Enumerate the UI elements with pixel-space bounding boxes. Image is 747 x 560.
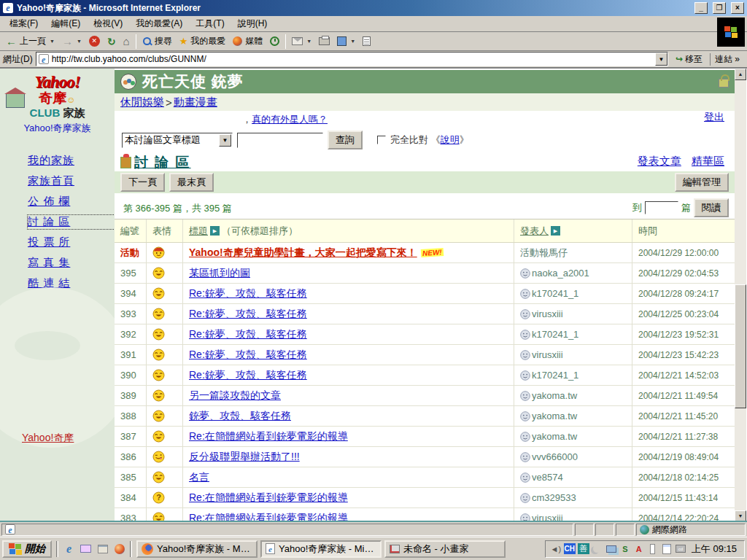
restore-button[interactable]: ❐ <box>713 2 726 14</box>
back-button[interactable]: ← 上一頁 ▼ <box>2 34 58 50</box>
address-dropdown-button[interactable]: ▼ <box>655 52 667 66</box>
home-button[interactable]: ⌂ <box>120 34 133 50</box>
select-dropdown-icon[interactable]: ▼ <box>219 134 231 147</box>
author-link[interactable]: k170241_1 <box>532 329 578 340</box>
search-keyword-input[interactable] <box>237 133 323 148</box>
author-sort-icon[interactable]: ▶ <box>551 226 560 236</box>
show-desktop-icon[interactable] <box>96 542 109 555</box>
task-button-ie[interactable]: eYahoo!奇摩家族 - Micros... <box>260 540 382 558</box>
next-page-button[interactable]: 下一頁 <box>120 173 165 192</box>
article-title-link[interactable]: Re:銃夢、攻殼、駭客任務 <box>189 328 307 341</box>
sidebar-item-4[interactable]: 討 論 區 <box>28 215 115 229</box>
discuss-button[interactable] <box>359 34 374 50</box>
go-button[interactable]: ↪ 移至 <box>671 53 707 66</box>
menu-item-我的最愛(A)[interactable]: 我的最愛(A) <box>129 16 189 31</box>
volume-icon[interactable]: ◄) <box>550 543 562 555</box>
sidebar-home-link[interactable]: Yahoo!奇摩家族 <box>0 122 115 135</box>
post-article-link[interactable]: 發表文章 <box>638 155 681 167</box>
article-title-link[interactable]: Yahoo!奇摩兒童助學計畫，大家一起把愛寫下來！ <box>189 246 417 260</box>
favorites-button[interactable]: ★ 我的最愛 <box>176 34 230 50</box>
url-text[interactable]: http://tw.club.yahoo.com/clubs/GUNNM/ <box>52 54 652 64</box>
history-button[interactable] <box>266 34 283 50</box>
ie-quicklaunch-icon[interactable]: e <box>63 542 75 555</box>
menu-item-檢視(V)[interactable]: 檢視(V) <box>87 16 129 31</box>
article-title-link[interactable]: Re:銃夢、攻殼、駭客任務 <box>189 308 307 321</box>
author-link[interactable]: k170241_1 <box>532 288 578 299</box>
media-player-icon[interactable] <box>113 542 125 555</box>
author-link[interactable]: vvv666000 <box>532 451 578 462</box>
address-input[interactable]: e http://tw.club.yahoo.com/clubs/GUNNM/ … <box>36 52 668 66</box>
help-link[interactable]: 說明 <box>441 134 460 145</box>
menu-item-工具(T)[interactable]: 工具(T) <box>189 16 231 31</box>
article-title-link[interactable]: 名言 <box>189 471 209 484</box>
search-category-select[interactable]: 本討論區文章標題 ▼ <box>122 133 233 148</box>
author-link[interactable]: virusxiii <box>532 349 563 360</box>
author-link[interactable]: virusxiii <box>532 308 563 319</box>
sort-by-author-link[interactable]: 發表人 <box>520 225 549 238</box>
panel-icon[interactable] <box>647 543 659 555</box>
yahoo-kimo-link[interactable]: Yahoo!奇摩 <box>22 432 115 445</box>
author-link[interactable]: ve8574 <box>532 472 563 483</box>
sidebar-item-2[interactable]: 家族首頁 <box>28 174 115 188</box>
cd-icon[interactable]: cd <box>675 543 686 555</box>
article-title-link[interactable]: Re:銃夢、攻殼、駭客任務 <box>189 349 307 362</box>
author-link[interactable]: k170241_1 <box>532 370 578 381</box>
article-title-link[interactable]: 反分級聯盟舉辦活動了!!! <box>189 451 300 464</box>
exact-match-checkbox[interactable] <box>377 136 386 144</box>
language-indicator[interactable]: CH <box>564 543 576 555</box>
network-icon[interactable] <box>605 543 617 555</box>
forward-button[interactable]: → ▼ <box>58 34 85 50</box>
forward-dropdown-icon[interactable]: ▼ <box>77 39 82 44</box>
close-button[interactable]: × <box>731 2 744 14</box>
article-title-link[interactable]: Re:在簡體網站看到銃夢電影的報導 <box>189 430 348 443</box>
title-sort-icon[interactable]: ▶ <box>210 226 220 236</box>
search-button[interactable]: 搜尋 <box>139 34 176 50</box>
article-title-link[interactable]: Re:銃夢、攻殼、駭客任務 <box>189 369 307 382</box>
last-page-button[interactable]: 最末頁 <box>169 173 214 192</box>
scrollbar-thumb[interactable] <box>735 284 746 408</box>
outlook-express-icon[interactable] <box>80 542 92 555</box>
author-link[interactable]: yakoma.tw <box>532 431 577 442</box>
sidebar-item-6[interactable]: 寫 真 集 <box>28 256 115 270</box>
author-link[interactable]: yakoma.tw <box>532 411 577 421</box>
sort-by-title-link[interactable]: 標題 <box>189 225 208 238</box>
journal-icon[interactable] <box>661 543 673 555</box>
sidebar-item-1[interactable]: 我的家族 <box>28 154 115 168</box>
breadcrumb-link-1[interactable]: 休閒娛樂 <box>120 96 164 109</box>
article-title-link[interactable]: 另一篇談攻殼的文章 <box>189 389 281 402</box>
print-button[interactable] <box>315 34 333 50</box>
page-scrollbar[interactable]: ▲ ▼ <box>735 69 746 522</box>
digest-link[interactable]: 精華區 <box>692 155 724 167</box>
media-button[interactable]: 媒體 <box>229 34 266 50</box>
links-toolbar[interactable]: 連結 » <box>710 53 744 66</box>
back-dropdown-icon[interactable]: ▼ <box>50 39 55 44</box>
menu-item-說明(H)[interactable]: 說明(H) <box>231 16 274 31</box>
sidebar-item-3[interactable]: 公 佈 欄 <box>28 195 115 209</box>
edit-dropdown-icon[interactable]: ▼ <box>350 39 355 44</box>
mail-dropdown-icon[interactable]: ▼ <box>306 39 311 44</box>
scroll-up-button[interactable]: ▲ <box>735 69 746 80</box>
logout-link[interactable]: 登出 <box>704 111 724 124</box>
search-submit-button[interactable]: 查詢 <box>328 131 363 149</box>
sidebar-item-5[interactable]: 投 票 所 <box>28 236 115 249</box>
refresh-button[interactable]: ↻ <box>104 34 120 50</box>
start-button[interactable]: 開始 <box>2 540 52 558</box>
task-button-paint[interactable]: 未命名 - 小畫家 <box>384 540 506 558</box>
read-button[interactable]: 閱讀 <box>694 198 729 217</box>
antivirus-icon[interactable]: S <box>619 543 631 555</box>
breadcrumb-link-2[interactable]: 動畫漫畫 <box>174 96 217 109</box>
article-title-link[interactable]: 某區抓到的圖 <box>189 267 250 280</box>
author-link[interactable]: naoka_a2001 <box>532 268 589 279</box>
menu-item-檔案(F)[interactable]: 檔案(F) <box>3 16 44 31</box>
edit-manage-button[interactable]: 編輯管理 <box>675 173 729 192</box>
article-title-link[interactable]: Re:銃夢、攻殼、駭客任務 <box>189 287 307 300</box>
menu-item-編輯(E)[interactable]: 編輯(E) <box>44 16 87 31</box>
ime-indicator[interactable]: 善 <box>578 543 589 555</box>
edit-button[interactable]: ▼ <box>333 34 359 50</box>
author-link[interactable]: 活動報馬仔 <box>520 246 568 260</box>
author-link[interactable]: cm329533 <box>532 492 576 503</box>
article-title-link[interactable]: Re:在簡體網站看到銃夢電影的報導 <box>189 491 348 505</box>
moon-icon[interactable] <box>592 543 603 555</box>
article-title-link[interactable]: 銃夢、攻殼、駭客任務 <box>189 410 291 423</box>
task-button-firefox[interactable]: Yahoo!奇摩家族 - Mozill... <box>136 540 258 558</box>
